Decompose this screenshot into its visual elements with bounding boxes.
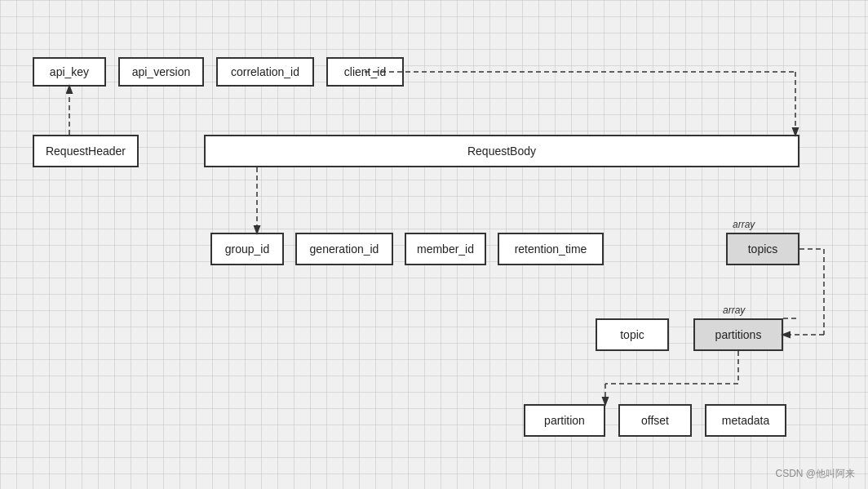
group-id-box: group_id (210, 233, 284, 265)
retention-time-box: retention_time (498, 233, 604, 265)
api-version-box: api_version (118, 57, 204, 87)
topics-label: topics (748, 242, 778, 256)
client-id-label: client_id (344, 65, 386, 78)
topics-box: topics (726, 233, 799, 265)
client-id-box: client_id (326, 57, 404, 87)
watermark: CSDN @他叫阿来 (775, 467, 855, 481)
retention-time-label: retention_time (515, 242, 587, 256)
request-header-label: RequestHeader (46, 144, 126, 158)
partitions-box: partitions (693, 318, 783, 351)
array-label-1: array (733, 219, 755, 230)
group-id-label: group_id (225, 242, 270, 256)
api-key-label: api_key (50, 65, 89, 78)
topic-label: topic (620, 328, 644, 341)
offset-label: offset (641, 414, 669, 427)
request-header-box: RequestHeader (33, 135, 139, 167)
partition-label: partition (544, 414, 585, 427)
metadata-label: metadata (722, 414, 769, 427)
api-version-label: api_version (132, 65, 191, 78)
generation-id-box: generation_id (295, 233, 393, 265)
partition-box: partition (524, 404, 605, 437)
partitions-label: partitions (715, 328, 762, 341)
correlation-id-box: correlation_id (216, 57, 314, 87)
request-body-box: RequestBody (204, 135, 799, 167)
member-id-label: member_id (417, 242, 474, 256)
metadata-box: metadata (705, 404, 786, 437)
api-key-box: api_key (33, 57, 106, 87)
request-body-label: RequestBody (467, 144, 536, 158)
member-id-box: member_id (405, 233, 486, 265)
generation-id-label: generation_id (310, 242, 379, 256)
array-label-2: array (723, 305, 745, 316)
correlation-id-label: correlation_id (231, 65, 299, 78)
offset-box: offset (618, 404, 692, 437)
topic-box: topic (596, 318, 669, 351)
